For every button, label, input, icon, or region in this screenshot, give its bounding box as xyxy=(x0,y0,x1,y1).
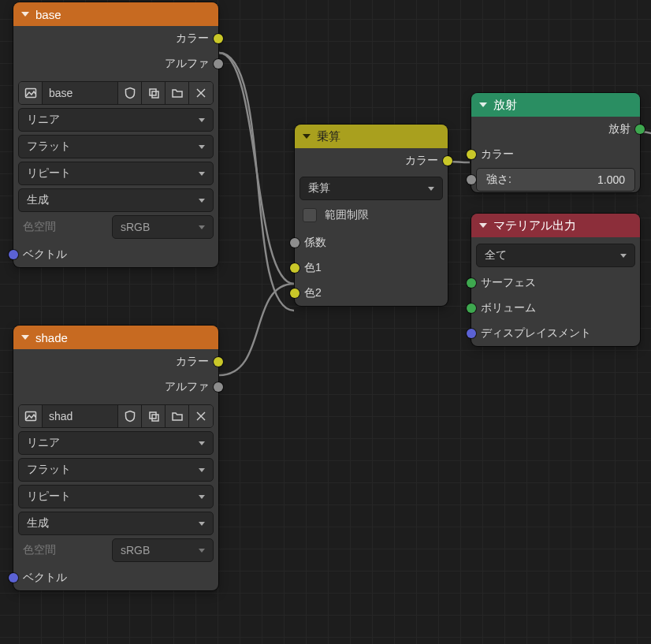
node-title: base xyxy=(35,8,61,21)
unlink-button[interactable] xyxy=(189,82,213,104)
output-alpha: アルファ xyxy=(13,374,218,400)
chevron-down-icon xyxy=(199,441,205,445)
socket-in-fac[interactable] xyxy=(290,238,299,248)
node-header[interactable]: マテリアル出力 xyxy=(471,214,640,237)
input-strength: 強さ: 1.000 xyxy=(471,167,640,192)
output-color: カラー xyxy=(13,349,218,374)
fake-user-button[interactable] xyxy=(118,405,142,427)
duplicate-button[interactable] xyxy=(142,405,166,427)
output-alpha: アルファ xyxy=(13,51,218,76)
socket-out-alpha[interactable] xyxy=(214,59,223,69)
interpolation-dropdown[interactable]: リニア xyxy=(18,108,214,132)
socket-in-vector[interactable] xyxy=(9,250,18,259)
socket-in-surface[interactable] xyxy=(467,278,476,288)
source-dropdown[interactable]: 生成 xyxy=(18,512,214,535)
collapse-icon[interactable] xyxy=(303,134,311,139)
input-color: カラー xyxy=(471,142,640,167)
open-button[interactable] xyxy=(166,405,189,427)
chevron-down-icon xyxy=(199,468,205,472)
node-header[interactable]: 乗算 xyxy=(295,125,448,148)
socket-in-color[interactable] xyxy=(467,150,476,159)
node-image-texture-base[interactable]: base カラー アルファ base リニア フラット リピート xyxy=(13,2,218,267)
input-vector: ベクトル xyxy=(13,565,218,590)
source-dropdown[interactable]: 生成 xyxy=(18,188,214,212)
image-icon[interactable] xyxy=(19,405,43,427)
colorspace-row: 色空間 sRGB xyxy=(18,538,214,562)
output-color: カラー xyxy=(295,148,448,173)
chevron-down-icon xyxy=(199,522,205,526)
node-emission[interactable]: 放射 放射 カラー 強さ: 1.000 xyxy=(471,93,640,192)
node-material-output[interactable]: マテリアル出力 全て サーフェス ボリューム ディスプレイスメント xyxy=(471,214,640,346)
node-title: shade xyxy=(35,331,68,344)
chevron-down-icon xyxy=(620,254,627,258)
node-header[interactable]: base xyxy=(13,2,218,26)
chevron-down-icon xyxy=(199,172,205,176)
node-title: 乗算 xyxy=(317,129,340,144)
chevron-down-icon xyxy=(199,145,205,149)
svg-rect-1 xyxy=(150,89,156,95)
extension-dropdown[interactable]: リピート xyxy=(18,485,214,508)
open-button[interactable] xyxy=(166,82,189,104)
chevron-down-icon xyxy=(199,549,205,553)
socket-out-color[interactable] xyxy=(443,156,452,166)
node-image-texture-shade[interactable]: shade カラー アルファ shad リニア フラット リピート xyxy=(13,326,218,590)
extension-dropdown[interactable]: リピート xyxy=(18,162,214,185)
image-icon[interactable] xyxy=(19,82,43,104)
image-datablock-row: shad xyxy=(18,404,214,428)
socket-in-vector[interactable] xyxy=(9,573,18,583)
colorspace-row: 色空間 sRGB xyxy=(18,215,214,239)
chevron-down-icon xyxy=(428,187,434,191)
input-vector: ベクトル xyxy=(13,242,218,267)
fake-user-button[interactable] xyxy=(118,82,142,104)
unlink-button[interactable] xyxy=(189,405,213,427)
collapse-icon[interactable] xyxy=(479,223,487,228)
close-icon xyxy=(195,410,207,423)
copy-icon xyxy=(147,410,160,423)
interpolation-dropdown[interactable]: リニア xyxy=(18,431,214,455)
projection-dropdown[interactable]: フラット xyxy=(18,135,214,158)
chevron-down-icon xyxy=(199,225,205,229)
socket-out-color[interactable] xyxy=(214,357,223,367)
blend-mode-dropdown[interactable]: 乗算 xyxy=(299,177,443,200)
socket-in-color2[interactable] xyxy=(290,288,299,298)
collapse-icon[interactable] xyxy=(479,102,487,107)
output-emission: 放射 xyxy=(471,117,640,142)
colorspace-dropdown[interactable]: sRGB xyxy=(112,215,214,239)
socket-in-volume[interactable] xyxy=(467,303,476,313)
shield-icon xyxy=(124,87,136,99)
node-header[interactable]: shade xyxy=(13,326,218,349)
chevron-down-icon xyxy=(199,118,205,122)
input-color2: 色2 xyxy=(295,281,448,306)
input-surface: サーフェス xyxy=(471,270,640,296)
picture-icon xyxy=(24,410,37,423)
clamp-row[interactable]: 範囲制限 xyxy=(299,203,443,227)
node-mix-rgb[interactable]: 乗算 カラー 乗算 範囲制限 係数 色1 色2 xyxy=(295,125,448,306)
svg-rect-2 xyxy=(152,91,158,98)
image-name-field[interactable]: base xyxy=(43,82,118,104)
clamp-checkbox[interactable] xyxy=(303,208,317,222)
socket-in-displacement[interactable] xyxy=(467,329,476,338)
folder-icon xyxy=(171,87,184,99)
input-color1: 色1 xyxy=(295,255,448,281)
socket-in-color1[interactable] xyxy=(290,263,299,273)
socket-out-color[interactable] xyxy=(214,34,223,43)
socket-in-strength[interactable] xyxy=(467,175,476,184)
colorspace-dropdown[interactable]: sRGB xyxy=(112,538,214,562)
close-icon xyxy=(195,87,207,99)
duplicate-button[interactable] xyxy=(142,82,166,104)
node-header[interactable]: 放射 xyxy=(471,93,640,117)
socket-out-alpha[interactable] xyxy=(214,382,223,392)
node-title: マテリアル出力 xyxy=(493,218,576,233)
strength-field[interactable]: 強さ: 1.000 xyxy=(476,168,635,192)
image-name-field[interactable]: shad xyxy=(43,405,118,427)
picture-icon xyxy=(24,87,37,99)
input-displacement: ディスプレイスメント xyxy=(471,321,640,346)
collapse-icon[interactable] xyxy=(21,335,29,340)
collapse-icon[interactable] xyxy=(21,12,29,17)
svg-rect-7 xyxy=(152,415,158,421)
node-title: 放射 xyxy=(493,98,517,113)
shield-icon xyxy=(124,410,136,423)
projection-dropdown[interactable]: フラット xyxy=(18,458,214,482)
target-dropdown[interactable]: 全て xyxy=(476,244,635,267)
socket-out-emission[interactable] xyxy=(635,125,645,134)
